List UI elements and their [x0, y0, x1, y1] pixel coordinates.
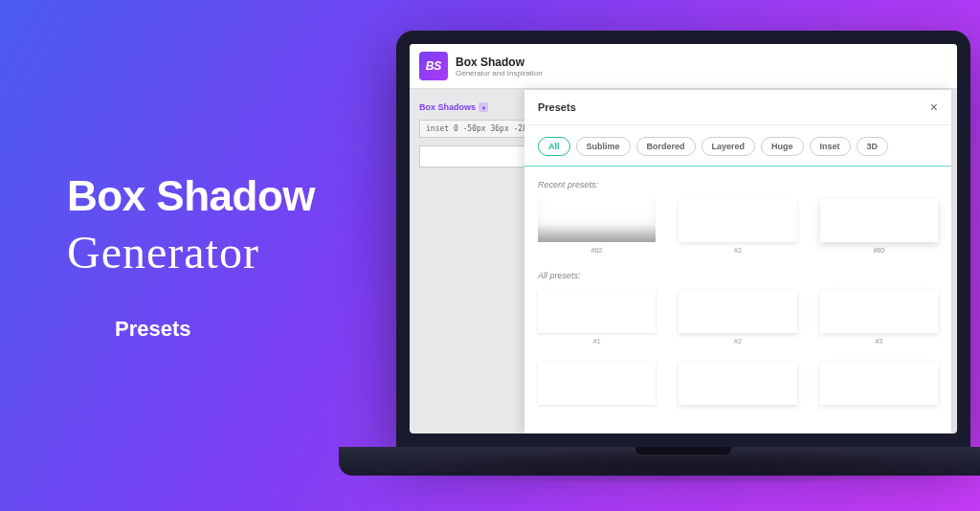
preset-preview [679, 199, 796, 242]
laptop-shadow [358, 447, 980, 485]
presets-modal: Presets × All Sublime Bordered Layered H… [524, 90, 951, 433]
chevron-down-icon: ▾ [479, 102, 488, 112]
app-title: Box Shadow [456, 56, 543, 69]
preset-preview [538, 362, 656, 405]
preset-label: #3 [820, 338, 938, 344]
preset-item[interactable]: #80 [820, 199, 938, 254]
recent-presets-label: Recent presets: [538, 180, 938, 189]
laptop-screen: BS Box Shadow Generator and Inspiration … [396, 31, 970, 447]
tab-sublime[interactable]: Sublime [576, 137, 631, 156]
tab-3d[interactable]: 3D [857, 137, 889, 156]
app-logo: BS [419, 52, 448, 80]
all-presets-grid-2 [538, 362, 938, 410]
modal-header: Presets × [524, 90, 951, 125]
app-header: BS Box Shadow Generator and Inspiration [410, 44, 957, 89]
preset-item[interactable]: #2 [679, 290, 796, 344]
preset-label: #82 [538, 247, 656, 254]
hero-text: Box Shadow Generator Presets [67, 172, 315, 342]
preset-item[interactable]: #1 [538, 290, 656, 344]
modal-title: Presets [538, 101, 576, 113]
preset-item[interactable] [679, 362, 796, 410]
filter-tabs: All Sublime Bordered Layered Huge Inset … [524, 125, 951, 167]
recent-presets-grid: #82 #2 #80 [538, 199, 938, 254]
modal-body[interactable]: Recent presets: #82 #2 #80 [524, 167, 951, 433]
preset-preview [820, 290, 938, 333]
hero-title: Box Shadow [67, 172, 315, 220]
preset-preview [820, 362, 938, 405]
preset-preview [820, 199, 938, 242]
preset-item[interactable] [538, 362, 656, 410]
preset-preview [538, 290, 656, 333]
tab-layered[interactable]: Layered [702, 137, 756, 156]
tab-inset[interactable]: Inset [810, 137, 851, 156]
hero-subtitle: Presets [115, 317, 315, 342]
sidebar-section-toggle[interactable]: Box Shadows ▾ [419, 102, 488, 112]
preset-label: #1 [538, 338, 656, 344]
preset-label: #2 [679, 338, 796, 344]
preset-label: #2 [679, 247, 796, 254]
preset-item[interactable] [820, 362, 938, 410]
sidebar-label: Box Shadows [419, 102, 476, 112]
hero-script: Generator [67, 226, 315, 278]
app-window: BS Box Shadow Generator and Inspiration … [410, 44, 957, 433]
preset-item[interactable]: #3 [820, 290, 938, 344]
tab-bordered[interactable]: Bordered [636, 137, 696, 156]
tab-all[interactable]: All [538, 137, 570, 156]
preset-preview [679, 290, 796, 333]
app-subtitle: Generator and Inspiration [456, 69, 543, 78]
preset-item[interactable]: #82 [538, 199, 656, 254]
preset-preview [679, 362, 796, 405]
all-presets-label: All presets: [538, 271, 938, 280]
close-icon[interactable]: × [930, 100, 938, 115]
all-presets-grid: #1 #2 #3 [538, 290, 938, 344]
preset-label: #80 [820, 247, 938, 254]
preset-preview [538, 199, 656, 242]
tab-huge[interactable]: Huge [761, 137, 804, 156]
preset-item[interactable]: #2 [679, 199, 796, 254]
laptop-mockup: BS Box Shadow Generator and Inspiration … [396, 31, 980, 476]
